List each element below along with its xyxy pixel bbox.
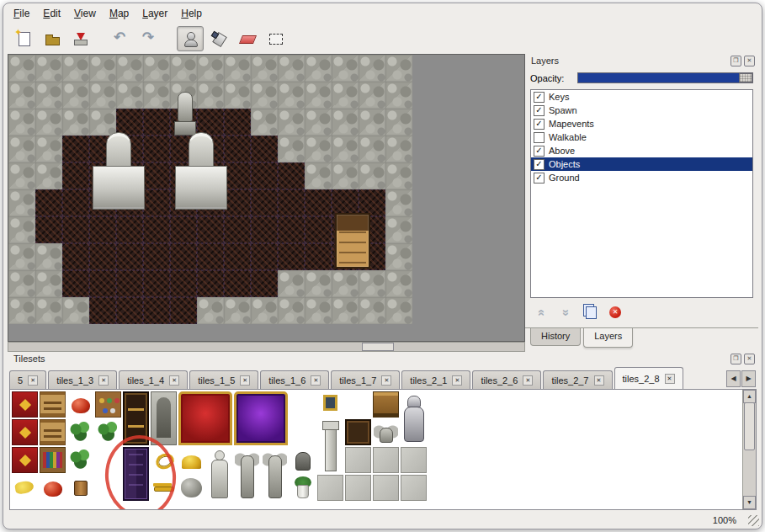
rock-tile[interactable]: [305, 162, 332, 189]
rock-tile[interactable]: [8, 189, 35, 216]
rock-tile[interactable]: [332, 270, 359, 297]
rock-tile[interactable]: [332, 55, 359, 82]
tile-winged-statue[interactable]: [234, 447, 260, 501]
opacity-slider[interactable]: [577, 72, 753, 83]
rock-tile[interactable]: [8, 216, 35, 243]
tile-purple-throne[interactable]: [234, 391, 288, 445]
rock-tile[interactable]: [116, 55, 143, 82]
rock-tile[interactable]: [116, 82, 143, 109]
close-tab-icon[interactable]: ✕: [594, 375, 604, 386]
rock-tile[interactable]: [305, 55, 332, 82]
rock-tile[interactable]: [62, 109, 89, 136]
rock-tile[interactable]: [332, 162, 359, 189]
wooden-cabinet[interactable]: [335, 213, 370, 269]
tileset-tab-tiles_2_8[interactable]: tiles_2_8✕: [614, 367, 683, 389]
tomb-monument[interactable]: [93, 132, 145, 210]
tile-banana-pile[interactable]: [12, 475, 38, 501]
rock-tile[interactable]: [385, 270, 412, 297]
close-tab-icon[interactable]: ✕: [98, 375, 109, 386]
floor-tile[interactable]: [143, 189, 170, 216]
duplicate-layer-button[interactable]: [582, 304, 599, 321]
tile-angel-statue[interactable]: [206, 447, 232, 501]
tile-stone-tile[interactable]: [345, 475, 371, 501]
floor-tile[interactable]: [278, 162, 305, 189]
rock-tile[interactable]: [35, 136, 62, 162]
layer-visibility-checkbox[interactable]: ✓: [534, 159, 545, 170]
close-tab-icon[interactable]: ✕: [311, 375, 321, 386]
canvas-horizontal-scrollbar[interactable]: [8, 342, 525, 352]
tile-framed-picture[interactable]: [317, 391, 343, 418]
floor-tile[interactable]: [251, 189, 278, 216]
close-panel-icon[interactable]: ✕: [744, 56, 755, 66]
tomb-monument[interactable]: [175, 132, 227, 210]
tile-red-banner[interactable]: [12, 419, 38, 445]
scroll-up-arrow-icon[interactable]: ▲: [743, 390, 756, 403]
floor-tile[interactable]: [62, 162, 89, 189]
layer-row-spawn[interactable]: ✓Spawn: [531, 104, 752, 117]
resize-grip[interactable]: [748, 515, 759, 526]
tile-tall-plant[interactable]: [67, 447, 93, 473]
tab-scroll-left-button[interactable]: ◀: [726, 370, 741, 387]
floor-tile[interactable]: [143, 243, 170, 270]
floor-tile[interactable]: [143, 270, 170, 297]
floor-tile[interactable]: [143, 216, 170, 243]
floor-tile[interactable]: [62, 270, 89, 297]
floor-tile[interactable]: [305, 243, 332, 270]
move-layer-down-button[interactable]: »: [558, 304, 575, 321]
rock-tile[interactable]: [62, 55, 89, 82]
rock-tile[interactable]: [8, 243, 35, 270]
tileset-tab-tiles_1_3[interactable]: tiles_1_3✕: [48, 370, 117, 389]
tile-stone-monument[interactable]: [317, 419, 343, 473]
close-tab-icon[interactable]: ✕: [28, 375, 38, 386]
rock-tile[interactable]: [89, 55, 116, 82]
tile-dark-crate[interactable]: [345, 419, 371, 445]
map-canvas[interactable]: [8, 55, 412, 324]
tab-scroll-right-button[interactable]: ▶: [741, 370, 756, 387]
menu-edit[interactable]: Edit: [36, 5, 67, 22]
rock-tile[interactable]: [305, 82, 332, 109]
opacity-slider-handle[interactable]: [739, 73, 752, 82]
tile-red-banner[interactable]: [12, 391, 38, 418]
floor-tile[interactable]: [197, 243, 224, 270]
rock-tile[interactable]: [385, 189, 412, 216]
rock-tile[interactable]: [278, 136, 305, 162]
tile-stone-tile[interactable]: [317, 475, 343, 501]
scroll-down-arrow-icon[interactable]: ▼: [743, 496, 756, 509]
rock-tile[interactable]: [278, 109, 305, 136]
rock-tile[interactable]: [8, 297, 35, 324]
tileset-tab-tiles_1_4[interactable]: tiles_1_4✕: [119, 370, 188, 389]
vertical-scrollbar-thumb[interactable]: [744, 402, 755, 450]
rock-tile[interactable]: [385, 82, 412, 109]
rock-tile[interactable]: [359, 270, 385, 297]
delete-layer-button[interactable]: ✕: [607, 304, 624, 321]
rock-tile[interactable]: [359, 109, 385, 136]
rock-tile[interactable]: [305, 270, 332, 297]
rock-tile[interactable]: [385, 243, 412, 270]
floor-tile[interactable]: [170, 270, 197, 297]
layer-visibility-checkbox[interactable]: ✓: [534, 119, 545, 130]
tile-stone-tile[interactable]: [373, 447, 399, 473]
rock-tile[interactable]: [35, 109, 62, 136]
tile-potted-plants[interactable]: [95, 419, 121, 445]
tile-winged-statue[interactable]: [262, 447, 288, 501]
horizontal-scrollbar-thumb[interactable]: [362, 343, 394, 351]
floor-tile[interactable]: [305, 216, 332, 243]
tile-red-pot[interactable]: [40, 475, 66, 501]
tileset-tab-tiles_2_1[interactable]: tiles_2_1✕: [401, 370, 470, 389]
floor-tile[interactable]: [224, 243, 251, 270]
character-tool-button[interactable]: [177, 26, 204, 51]
floor-tile[interactable]: [224, 136, 251, 162]
floor-tile[interactable]: [116, 297, 143, 324]
tileset-vertical-scrollbar[interactable]: ▲ ▼: [742, 390, 756, 509]
layer-row-ground[interactable]: ✓Ground: [531, 171, 752, 184]
tileset-tab-5[interactable]: 5✕: [9, 370, 46, 389]
rock-tile[interactable]: [359, 82, 385, 109]
floor-tile[interactable]: [278, 216, 305, 243]
tile-dark-gargoyle[interactable]: [290, 447, 316, 473]
rock-tile[interactable]: [251, 109, 278, 136]
floor-tile[interactable]: [278, 189, 305, 216]
tile-plant-in-vase[interactable]: [290, 475, 316, 501]
rock-tile[interactable]: [35, 55, 62, 82]
close-panel-icon[interactable]: ✕: [744, 354, 755, 364]
menu-layer[interactable]: Layer: [135, 5, 174, 22]
